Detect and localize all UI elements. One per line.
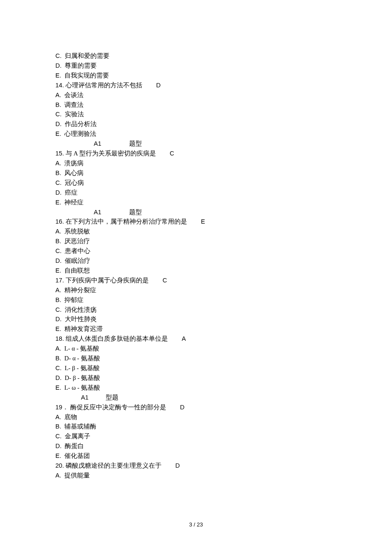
option-text: 金属离子 <box>62 433 90 440</box>
option-label: D. <box>55 189 62 196</box>
option-text: 厌恶治疗 <box>61 238 90 244</box>
answer-gap <box>156 150 170 157</box>
question-text: 酶促反应中决定酶专一性的部分是 <box>69 404 166 411</box>
option-text: D- α - 氨基酸 <box>61 355 100 362</box>
question-text: 磷酸戊糖途径的主要生理意义在于 <box>64 462 161 469</box>
option-line: D. 大叶性肺炎 <box>55 314 392 324</box>
option-text: 抑郁症 <box>61 296 84 303</box>
option-label: C. <box>55 111 62 118</box>
option-label: E. <box>55 452 61 459</box>
question-number: 16. <box>55 218 64 225</box>
option-label: A. <box>55 160 61 167</box>
option-label: C. <box>55 179 62 186</box>
answer-gap <box>168 335 182 342</box>
option-line: D. 癌症 <box>55 188 392 198</box>
answer-letter: A <box>182 335 186 342</box>
option-label: C. <box>55 365 62 371</box>
answer-gap <box>142 82 156 89</box>
option-line: B. 风心病 <box>55 168 392 178</box>
option-label: E. <box>55 325 61 332</box>
question-line: 18. 组成人体蛋白质多肽链的基本单位是 A <box>55 334 392 344</box>
question-line: 15. 与 A 型行为关系最密切的疾病是 C <box>55 149 392 158</box>
question-number: 14. <box>55 82 64 89</box>
answer-gap <box>161 462 176 469</box>
option-line: A. 提供能量 <box>55 471 392 480</box>
option-line: B. 抑郁症 <box>55 295 392 305</box>
question-text: 在下列方法中，属于精神分析治疗常用的是 <box>64 218 187 225</box>
page: C. 归属和爱的需要D. 尊重的需要E. 自我实现的需要14. 心理评估常用的方… <box>0 0 392 555</box>
question-text: 心理评估常用的方法不包括 <box>64 82 142 89</box>
option-text: 调查法 <box>61 101 84 108</box>
option-label: D. <box>55 257 62 264</box>
question-number: 15. <box>55 150 64 157</box>
option-line: C. 患者中心 <box>55 246 392 256</box>
option-line: D. D- β - 氨基酸 <box>55 373 392 383</box>
option-label: A. <box>55 92 61 98</box>
question-line: 20. 磷酸戊糖途径的主要生理意义在于 D <box>55 461 392 471</box>
option-label: D. <box>55 374 62 381</box>
question-line: 19． 酶促反应中决定酶专一性的部分是 D <box>55 403 392 412</box>
option-line: C. L- β - 氨基酸 <box>55 363 392 373</box>
option-line: C. 金属离子 <box>55 431 392 441</box>
option-line: E. 催化基团 <box>55 451 392 461</box>
option-text: 精神发育迟滞 <box>61 325 103 332</box>
option-label: B. <box>55 296 61 303</box>
question-number: 20. <box>55 462 64 469</box>
option-line: E. 自我实现的需要 <box>55 71 392 81</box>
option-line: D. 作品分析法 <box>55 119 392 129</box>
option-text: 尊重的需要 <box>62 62 97 69</box>
header-code: A1 <box>94 209 101 216</box>
header-label: 题型 <box>129 140 142 147</box>
option-label: E. <box>55 199 61 206</box>
option-line: E. 自由联想 <box>55 266 392 276</box>
option-label: D. <box>55 443 62 449</box>
option-line: B. 厌恶治疗 <box>55 236 392 246</box>
option-label: B. <box>55 238 61 244</box>
header-code: A1 <box>81 394 89 401</box>
option-text: 辅基或辅酶 <box>61 423 96 430</box>
option-text: 归属和爱的需要 <box>62 52 110 59</box>
option-line: A. 精神分裂症 <box>55 285 392 295</box>
option-text: 溃疡病 <box>61 160 84 167</box>
option-text: 实验法 <box>62 111 84 118</box>
option-line: E. L- ω - 氨基酸 <box>55 383 392 393</box>
option-text: 风心病 <box>61 170 84 176</box>
option-label: C. <box>55 433 62 440</box>
question-number: 17. <box>55 277 64 284</box>
question-text: 与 A 型行为关系最密切的疾病是 <box>64 150 156 157</box>
answer-letter: D <box>180 404 184 411</box>
question-line: 16. 在下列方法中，属于精神分析治疗常用的是 E <box>55 217 392 227</box>
option-line: C. 冠心病 <box>55 178 392 188</box>
option-label: A. <box>55 414 61 420</box>
answer-gap <box>149 277 163 284</box>
option-text: L- α - 氨基酸 <box>61 345 99 352</box>
section-header: A1 题型 <box>55 207 392 217</box>
option-text: D- β - 氨基酸 <box>62 374 101 381</box>
question-line: 17. 下列疾病中属于心身疾病的是 C <box>55 276 392 285</box>
option-line: E. 精神发育迟滞 <box>55 324 392 334</box>
option-text: 系统脱敏 <box>61 228 90 235</box>
question-text: 下列疾病中属于心身疾病的是 <box>64 277 149 284</box>
option-text: 自我实现的需要 <box>61 72 109 79</box>
option-text: 神经症 <box>61 199 84 206</box>
option-label: D. <box>55 62 62 69</box>
option-text: 酶蛋白 <box>62 443 84 449</box>
answer-letter: E <box>201 218 205 225</box>
answer-gap <box>187 218 201 225</box>
question-number: 19． <box>55 404 69 411</box>
option-label: C. <box>55 52 62 59</box>
option-text: 精神分裂症 <box>61 287 96 293</box>
option-label: B. <box>55 170 61 176</box>
option-line: D. 酶蛋白 <box>55 441 392 451</box>
answer-gap <box>166 404 180 411</box>
content-body: C. 归属和爱的需要D. 尊重的需要E. 自我实现的需要14. 心理评估常用的方… <box>55 51 392 480</box>
section-header: A1 型题 <box>55 393 392 403</box>
option-line: A. 底物 <box>55 412 392 422</box>
option-text: 提供能量 <box>61 472 90 479</box>
option-line: A. 溃疡病 <box>55 158 392 168</box>
option-line: B. 调查法 <box>55 100 392 110</box>
option-text: 底物 <box>61 414 77 420</box>
option-text: 患者中心 <box>62 247 90 254</box>
option-line: E. 心理测验法 <box>55 129 392 139</box>
option-line: D. 催眠治疗 <box>55 256 392 266</box>
